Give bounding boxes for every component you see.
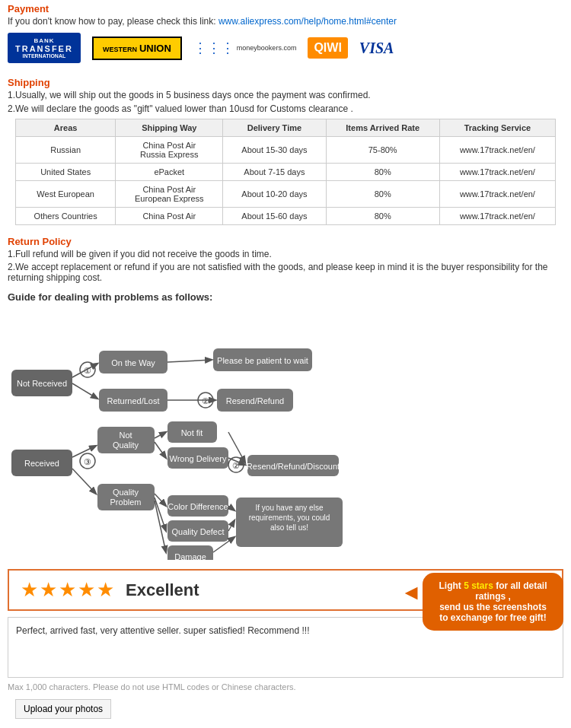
rate-us: 80% [326,164,439,181]
return-policy-section: Return Policy 1.Full refund will be give… [0,233,571,288]
excellent-label: Excellent [126,580,199,600]
return-note2: 2.We accept replacement or refund if you… [8,262,563,283]
payment-title: Payment [8,3,563,14]
callout-highlight: 5 stars [464,580,493,591]
return-note1: 1.Full refund will be given if you did n… [8,249,563,259]
delivery-us: About 7-15 days [223,164,326,181]
moneybookers-logo: ⋮⋮⋮ moneybookers.com [193,40,297,56]
col-delivery-time: Delivery Time [223,119,326,137]
svg-text:Returned/Lost: Returned/Lost [107,396,159,405]
svg-line-31 [155,442,166,458]
col-arrived-rate: Items Arrived Rate [326,119,439,137]
svg-text:Not: Not [119,431,132,440]
upload-photos-button[interactable]: Upload your photos [15,699,111,719]
table-row: United States ePacket About 7-15 days 80… [16,164,556,181]
shipping-way-others: China Post Air [116,208,223,225]
svg-text:If you have any else: If you have any else [256,504,324,512]
star-4: ★ [78,578,95,602]
svg-text:②: ② [202,396,209,405]
shipping-way-us: ePacket [116,164,223,181]
delivery-russian: About 15-30 days [223,137,326,164]
svg-text:Quality Defect: Quality Defect [171,527,224,536]
svg-text:Please be patient to wait: Please be patient to wait [217,356,308,365]
payment-section: Payment If you don't know how to pay, pl… [0,0,571,74]
table-row: Others Countries China Post Air About 15… [16,208,556,225]
svg-text:Received: Received [24,459,59,468]
svg-line-56 [228,520,234,531]
area-others: Others Countries [16,208,116,225]
rate-russian: 75-80% [326,137,439,164]
shipping-note1: 1.Usually, we will ship out the goods in… [8,90,563,100]
delivery-europe: About 10-20 days [223,181,326,208]
flowchart-section: Guide for dealing with problems as follo… [0,288,571,563]
table-row: Russian China Post AirRussia Express Abo… [16,137,556,164]
payment-help: If you don't know how to pay, please che… [8,16,563,27]
flowchart-diagram: Not Received ① On the Way Please be pati… [8,309,480,560]
payment-help-link[interactable]: www.aliexpress.com/help/home.html#center [219,16,397,27]
svg-text:Not fit: Not fit [181,428,203,437]
shipping-table: Areas Shipping Way Delivery Time Items A… [15,119,556,225]
svg-line-30 [155,432,166,438]
stars-display: ★ ★ ★ ★ ★ [21,578,114,602]
area-us: United States [16,164,116,181]
shipping-note2: 2.We will declare the goods as "gift" va… [8,103,563,114]
qiwi-logo: QIWI [308,37,347,59]
review-content: Perfect, arrived fast, very attentive se… [16,625,310,636]
rate-others: 80% [326,208,439,225]
svg-text:Damage: Damage [174,552,206,560]
svg-text:requirements, you could: requirements, you could [249,513,330,522]
svg-text:On the Way: On the Way [111,358,155,367]
flowchart-title: Guide for dealing with problems as follo… [8,291,563,303]
svg-text:Resend/Refund/Discount: Resend/Refund/Discount [247,462,340,471]
table-row: West European China Post AirEuropean Exp… [16,181,556,208]
delivery-others: About 15-60 days [223,208,326,225]
svg-text:Quality: Quality [113,440,139,450]
rate-europe: 80% [326,181,439,208]
col-tracking: Tracking Service [439,119,555,137]
svg-text:③: ③ [84,457,91,466]
payment-help-text: If you don't know how to pay, please che… [8,16,216,27]
tracking-us: www.17track.net/en/ [439,164,555,181]
svg-text:Problem: Problem [110,498,142,507]
svg-text:also tell us!: also tell us! [270,523,308,532]
upload-area: Upload your photos [8,695,563,723]
review-section: ★ ★ ★ ★ ★ Excellent Light 5 stars for al… [0,569,571,611]
star-5: ★ [97,578,114,602]
star-3: ★ [59,578,76,602]
area-west-europe: West European [16,181,116,208]
area-russian: Russian [16,137,116,164]
svg-text:Wrong Delivery: Wrong Delivery [170,454,227,463]
col-areas: Areas [16,119,116,137]
payment-logos: BANK TRANSFER INTERNATIONAL WESTERN UNIO… [8,27,563,69]
svg-text:Quality: Quality [113,488,139,497]
svg-line-55 [228,506,234,510]
callout-text1: Light [439,580,464,591]
star-2: ★ [40,578,57,602]
callout-box: Light 5 stars for all detail ratings ,se… [423,573,563,631]
shipping-title: Shipping [8,77,563,88]
arrow-icon: ◄ [400,580,422,605]
svg-text:Not Received: Not Received [17,379,67,388]
shipping-way-europe: China Post AirEuropean Express [116,181,223,208]
tracking-others: www.17track.net/en/ [439,208,555,225]
shipping-way-russian: China Post AirRussia Express [116,137,223,164]
visa-logo: VISA [359,40,394,57]
western-union-logo: WESTERN UNION [92,37,182,60]
svg-text:Color Difference: Color Difference [167,502,228,511]
svg-line-35 [72,469,96,494]
bank-transfer-logo: BANK TRANSFER INTERNATIONAL [8,33,81,63]
star-1: ★ [21,578,38,602]
char-limit-text: Max 1,000 characters. Please do not use … [8,682,563,691]
svg-text:Resend/Refund: Resend/Refund [226,396,284,405]
svg-line-12 [72,383,97,399]
col-shipping-way: Shipping Way [116,119,223,137]
return-policy-title: Return Policy [8,236,563,247]
tracking-russian: www.17track.net/en/ [439,137,555,164]
svg-line-9 [167,360,212,362]
shipping-section: Shipping 1.Usually, we will ship out the… [0,74,571,233]
tracking-europe: www.17track.net/en/ [439,181,555,208]
